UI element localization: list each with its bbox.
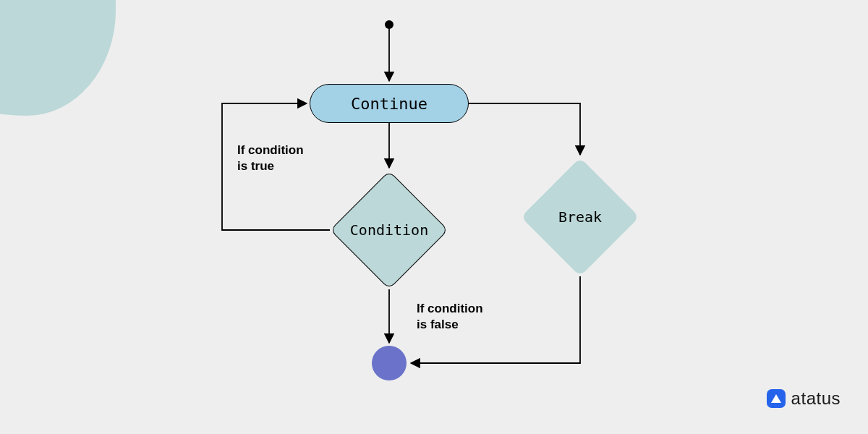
condition-label: Condition: [350, 221, 428, 239]
brand-mark-icon: [767, 389, 786, 408]
break-node: Break: [521, 158, 639, 276]
brand-logo: atatus: [767, 388, 841, 409]
flowchart-canvas: Continue Condition Break If condition is…: [0, 0, 868, 434]
brand-name: atatus: [791, 388, 841, 409]
continue-label: Continue: [351, 95, 427, 113]
true-branch-label: If condition is true: [237, 142, 304, 174]
break-label: Break: [558, 208, 602, 226]
continue-node: Continue: [310, 84, 469, 123]
start-node: [385, 20, 393, 29]
condition-node: Condition: [330, 171, 448, 289]
false-branch-label: If condition is false: [417, 301, 483, 333]
end-node: [372, 346, 407, 380]
